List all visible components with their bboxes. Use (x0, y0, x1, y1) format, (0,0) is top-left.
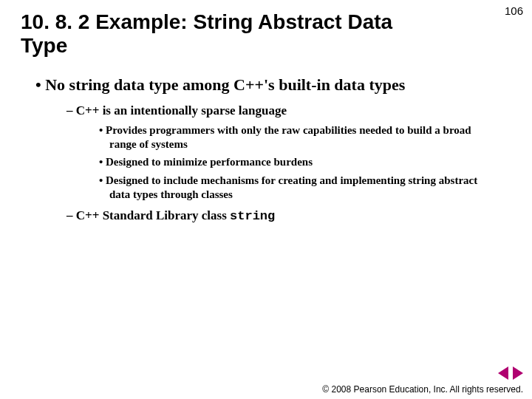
nav-controls (322, 366, 523, 380)
page-number: 106 (505, 4, 523, 17)
copyright-text: © 2008 Pearson Education, Inc. All right… (322, 384, 523, 395)
slide-content: No string data type among C++'s built-in… (21, 75, 511, 224)
bullet-level3: Provides programmers with only the raw c… (99, 123, 489, 151)
slide-footer: © 2008 Pearson Education, Inc. All right… (322, 366, 523, 395)
bullet-level1: No string data type among C++'s built-in… (35, 75, 511, 95)
bullet-level3: Designed to minimize performance burdens (99, 155, 489, 169)
bullet-text: C++ Standard Library class (76, 208, 230, 222)
next-icon[interactable] (513, 366, 523, 380)
prev-icon[interactable] (498, 366, 508, 380)
code-text: string (230, 209, 275, 223)
bullet-level3: Designed to include mechanisms for creat… (99, 174, 489, 202)
slide-container: 106 10. 8. 2 Example: String Abstract Da… (0, 0, 532, 399)
bullet-level2: C++ is an intentionally sparse language (66, 103, 511, 119)
bullet-level2: C++ Standard Library class string (66, 208, 511, 225)
slide-title: 10. 8. 2 Example: String Abstract Data T… (21, 10, 405, 58)
